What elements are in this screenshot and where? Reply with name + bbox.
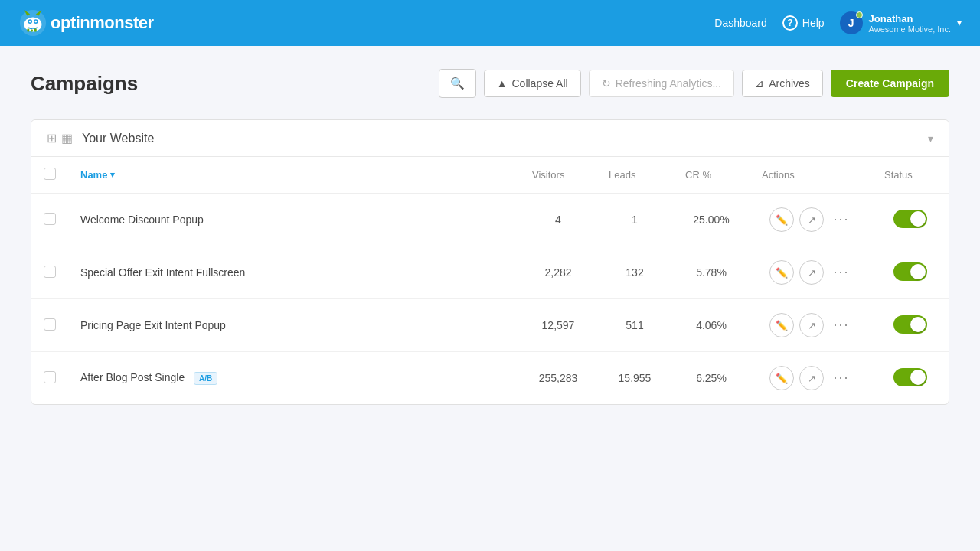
table-row: Special Offer Exit Intent Fullscreen 2,2… — [31, 246, 949, 299]
row-checkbox-cell — [31, 299, 68, 352]
row-checkbox[interactable] — [44, 213, 56, 225]
row-checkbox-cell — [31, 194, 68, 246]
row-actions-cell: ✏️ ↗ ··· — [750, 352, 872, 405]
table-row: After Blog Post Single A/B 255,283 15,95… — [31, 352, 949, 405]
header: optinmonster Dashboard ? Help J Jonathan… — [0, 0, 980, 46]
header-leads-col: Leads — [596, 157, 673, 194]
collapse-all-button[interactable]: ▲ Collapse All — [484, 70, 581, 97]
create-campaign-label: Create Campaign — [846, 77, 934, 90]
refresh-icon: ↻ — [602, 77, 611, 90]
avatar: J — [840, 11, 863, 34]
row-leads-cell: 132 — [596, 246, 673, 299]
row-checkbox-cell — [31, 246, 68, 299]
header-checkbox-col — [31, 157, 68, 194]
row-status-cell — [872, 194, 949, 246]
svg-point-5 — [34, 21, 37, 23]
header-cr-col: CR % — [673, 157, 750, 194]
analytics-button[interactable]: ↗ — [799, 366, 824, 390]
row-leads-cell: 15,955 — [596, 352, 673, 405]
table-row: Welcome Discount Popup 4 1 25.00% ✏️ ↗ ·… — [31, 194, 949, 246]
row-actions-cell: ✏️ ↗ ··· — [750, 299, 872, 352]
header-actions-col: Actions — [750, 157, 872, 194]
page-title: Campaigns — [31, 72, 430, 96]
online-dot — [856, 11, 863, 18]
row-cr-cell: 4.06% — [673, 299, 750, 352]
group-title: Your Website — [82, 132, 919, 145]
collapse-all-label: Collapse All — [511, 77, 567, 90]
logo[interactable]: optinmonster — [18, 8, 154, 37]
row-visitors-cell: 12,597 — [520, 299, 596, 352]
svg-rect-7 — [31, 30, 33, 32]
row-status-cell — [872, 246, 949, 299]
analytics-button[interactable]: ↗ — [799, 260, 824, 285]
row-checkbox-cell — [31, 352, 68, 405]
create-campaign-button[interactable]: Create Campaign — [831, 70, 949, 97]
row-name-cell: Pricing Page Exit Intent Popup — [68, 299, 520, 352]
row-visitors-cell: 255,283 — [520, 352, 596, 405]
svg-rect-8 — [34, 29, 37, 32]
main-content: Campaigns 🔍 ▲ Collapse All ↻ Refreshing … — [0, 46, 980, 428]
more-button[interactable]: ··· — [828, 208, 854, 230]
status-toggle[interactable] — [893, 368, 927, 386]
archives-label: Archives — [769, 77, 810, 90]
table-row: Pricing Page Exit Intent Popup 12,597 51… — [31, 299, 949, 352]
name-col-label: Name — [80, 169, 107, 181]
avatar-letter: J — [848, 17, 854, 29]
edit-button[interactable]: ✏️ — [769, 207, 794, 232]
group-chevron-icon: ▾ — [928, 132, 933, 145]
user-info: Jonathan Awesome Motive, Inc. — [869, 13, 951, 34]
more-button[interactable]: ··· — [828, 261, 854, 283]
status-toggle[interactable] — [893, 315, 927, 334]
ab-badge: A/B — [194, 372, 217, 385]
row-actions-cell: ✏️ ↗ ··· — [750, 246, 872, 299]
archives-button[interactable]: ⊿ Archives — [742, 70, 823, 97]
header-name-col[interactable]: Name ▾ — [68, 157, 520, 194]
svg-point-4 — [29, 21, 31, 23]
row-checkbox[interactable] — [44, 371, 56, 383]
header-visitors-col: Visitors — [520, 157, 596, 194]
campaign-name: After Blog Post Single — [80, 371, 185, 383]
row-name-cell: Special Offer Exit Intent Fullscreen — [68, 246, 520, 299]
archive-icon: ⊿ — [755, 77, 764, 90]
row-leads-cell: 1 — [596, 194, 673, 246]
help-icon: ? — [782, 15, 798, 31]
help-button[interactable]: ? Help — [782, 15, 825, 31]
chevron-down-icon: ▾ — [957, 18, 962, 28]
refreshing-label: Refreshing Analytics... — [616, 77, 722, 90]
campaign-group-header[interactable]: ⊞ ▦ Your Website ▾ — [31, 120, 949, 157]
logo-text: optinmonster — [51, 13, 154, 33]
search-button[interactable]: 🔍 — [439, 69, 476, 98]
edit-button[interactable]: ✏️ — [769, 366, 794, 390]
campaign-name: Pricing Page Exit Intent Popup — [80, 319, 226, 331]
row-checkbox[interactable] — [44, 318, 56, 331]
more-button[interactable]: ··· — [828, 314, 854, 336]
header-right: Dashboard ? Help J Jonathan Awesome Moti… — [714, 11, 962, 34]
collapse-icon: ▲ — [497, 77, 508, 90]
row-checkbox[interactable] — [44, 266, 56, 278]
select-all-checkbox[interactable] — [44, 168, 56, 180]
row-cr-cell: 5.78% — [673, 246, 750, 299]
edit-button[interactable]: ✏️ — [769, 260, 794, 285]
campaign-name: Welcome Discount Popup — [80, 214, 204, 226]
status-toggle[interactable] — [893, 262, 927, 281]
analytics-button[interactable]: ↗ — [799, 207, 824, 232]
row-status-cell — [872, 352, 949, 405]
user-company: Awesome Motive, Inc. — [869, 24, 951, 34]
row-cr-cell: 25.00% — [673, 194, 750, 246]
analytics-button[interactable]: ↗ — [799, 313, 824, 337]
header-status-col: Status — [872, 157, 949, 194]
more-button[interactable]: ··· — [828, 367, 854, 389]
edit-button[interactable]: ✏️ — [769, 313, 794, 337]
row-status-cell — [872, 299, 949, 352]
svg-rect-6 — [27, 29, 29, 32]
campaigns-table: Name ▾ Visitors Leads CR % Actions Statu… — [31, 157, 949, 404]
campaign-container: ⊞ ▦ Your Website ▾ Name ▾ — [31, 119, 949, 405]
campaign-name: Special Offer Exit Intent Fullscreen — [80, 266, 245, 279]
status-toggle[interactable] — [893, 210, 927, 228]
refreshing-analytics-button[interactable]: ↻ Refreshing Analytics... — [589, 70, 735, 97]
sort-icon: ▾ — [110, 170, 115, 180]
dashboard-link[interactable]: Dashboard — [714, 17, 767, 29]
search-icon: 🔍 — [450, 77, 465, 90]
grid-icon: ⊞ — [47, 131, 57, 145]
user-menu[interactable]: J Jonathan Awesome Motive, Inc. ▾ — [840, 11, 962, 34]
